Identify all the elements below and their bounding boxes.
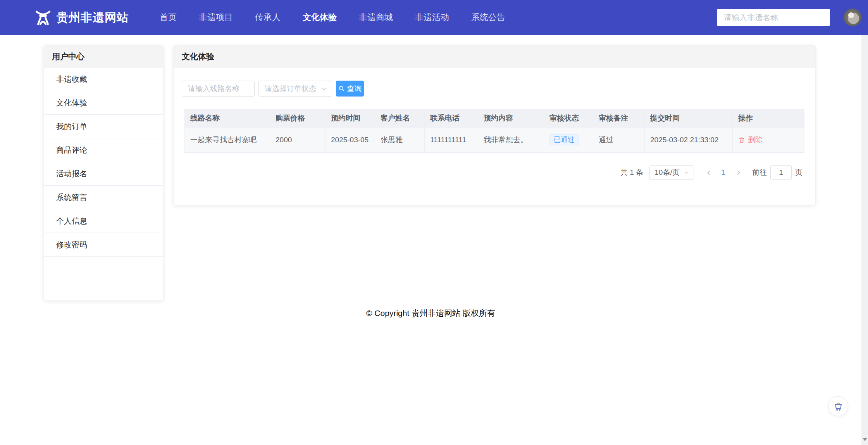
page-size-select[interactable]: 10条/页 [649, 165, 694, 180]
col-header-price: 购票价格 [270, 109, 326, 128]
brand-title: 贵州非遗网站 [57, 10, 129, 26]
delete-button[interactable]: 删除 [738, 135, 763, 145]
trash-icon [738, 136, 745, 143]
sidebar-item-change-password[interactable]: 修改密码 [44, 233, 163, 257]
goto-label: 前往 [752, 167, 767, 178]
navbar-search-input[interactable] [717, 9, 830, 26]
cell-remark: 通过 [593, 128, 645, 152]
order-status-select[interactable]: 请选择订单状态 [258, 81, 332, 97]
cell-book-date: 2025-03-05 [326, 128, 375, 152]
query-button-label: 查询 [347, 84, 362, 94]
nav-item-home[interactable]: 首页 [160, 12, 177, 23]
sidebar-menu: 非遗收藏 文化体验 我的订单 商品评论 活动报名 系统留言 个人信息 修改密码 [44, 67, 163, 257]
next-page-button[interactable] [730, 169, 746, 176]
col-header-remark: 审核备注 [593, 109, 645, 128]
navbar-right [717, 9, 861, 26]
sidebar-item-product-comments[interactable]: 商品评论 [44, 138, 163, 162]
cell-route: 一起来寻找古村寨吧 [185, 128, 270, 152]
nav-item-heritage-projects[interactable]: 非遗项目 [199, 12, 233, 23]
chevron-down-icon [321, 86, 327, 92]
goto-page-input[interactable] [770, 165, 792, 180]
search-icon [338, 85, 345, 92]
cell-actions: 删除 [733, 128, 804, 152]
chevron-left-icon [706, 169, 712, 176]
page-scrollbar[interactable] [861, 35, 868, 445]
filter-bar: 请选择订单状态 查询 [182, 81, 815, 97]
copyright-footer: © Copyright 贵州非遗网站 版权所有 [0, 308, 861, 319]
page-size-value: 10条/页 [654, 167, 679, 178]
col-header-status: 审核状态 [544, 109, 593, 128]
panel-title: 文化体验 [174, 46, 815, 67]
cart-fab-button[interactable] [828, 396, 848, 416]
pagination-total: 共 1 条 [620, 167, 643, 178]
nav-item-system-announcements[interactable]: 系统公告 [471, 12, 505, 23]
user-center-sidebar: 用户中心 非遗收藏 文化体验 我的订单 商品评论 活动报名 系统留言 个人信息 … [43, 45, 164, 301]
nav-item-inheritors[interactable]: 传承人 [255, 12, 281, 23]
query-button[interactable]: 查询 [336, 81, 364, 97]
sidebar-item-profile[interactable]: 个人信息 [44, 209, 163, 233]
col-header-submitted: 提交时间 [645, 109, 733, 128]
cell-customer: 张思雅 [375, 128, 425, 152]
route-name-input[interactable] [182, 81, 255, 97]
cell-submitted: 2025-03-02 21:33:02 [645, 128, 733, 152]
cell-content: 我非常想去。 [478, 128, 544, 152]
experience-table: 线路名称 购票价格 预约时间 客户姓名 联系电话 预约内容 审核状态 审核备注 … [184, 109, 804, 153]
nav-item-culture-experience[interactable]: 文化体验 [303, 12, 337, 23]
table-header-row: 线路名称 购票价格 预约时间 客户姓名 联系电话 预约内容 审核状态 审核备注 … [185, 109, 804, 128]
col-header-actions: 操作 [733, 109, 804, 128]
status-badge: 已通过 [549, 134, 579, 146]
sidebar-item-heritage-favorites[interactable]: 非遗收藏 [44, 67, 163, 91]
sidebar-title: 用户中心 [44, 46, 163, 67]
sidebar-item-culture-experience[interactable]: 文化体验 [44, 91, 163, 115]
page-number-1[interactable]: 1 [716, 168, 730, 177]
prev-page-button[interactable] [701, 169, 716, 176]
culture-experience-panel: 文化体验 请选择订单状态 查询 线路名称 购票价格 预约时间 客户姓名 联系电话… [173, 45, 816, 205]
delete-button-label: 删除 [748, 135, 763, 145]
col-header-phone: 联系电话 [425, 109, 478, 128]
cart-icon [833, 401, 844, 412]
user-avatar[interactable] [844, 9, 861, 26]
table-row: 一起来寻找古村寨吧 2000 2025-03-05 张思雅 1111111111… [185, 128, 804, 152]
cell-phone: 1111111111 [425, 128, 478, 152]
sidebar-item-activity-signup[interactable]: 活动报名 [44, 162, 163, 186]
order-status-placeholder: 请选择订单状态 [265, 84, 316, 94]
chevron-down-icon [684, 170, 689, 175]
nav-item-heritage-mall[interactable]: 非遗商城 [359, 12, 393, 23]
top-navbar: 贵州非遗网站 首页 非遗项目 传承人 文化体验 非遗商城 非遗活动 系统公告 [0, 0, 868, 35]
navbar-search [717, 9, 830, 26]
sidebar-item-system-messages[interactable]: 系统留言 [44, 186, 163, 209]
main-nav: 首页 非遗项目 传承人 文化体验 非遗商城 非遗活动 系统公告 [160, 12, 505, 23]
brand[interactable]: 贵州非遗网站 [34, 9, 129, 26]
cell-status: 已通过 [544, 128, 593, 152]
cell-price: 2000 [270, 128, 326, 152]
pagination: 共 1 条 10条/页 1 前往 页 [620, 165, 803, 180]
sidebar-item-my-orders[interactable]: 我的订单 [44, 115, 163, 138]
scrollbar-down-arrow[interactable] [863, 438, 867, 441]
brand-logo-icon [34, 9, 52, 26]
col-header-content: 预约内容 [478, 109, 544, 128]
col-header-book-date: 预约时间 [326, 109, 375, 128]
nav-item-heritage-activities[interactable]: 非遗活动 [415, 12, 449, 23]
col-header-customer: 客户姓名 [375, 109, 425, 128]
col-header-route: 线路名称 [185, 109, 270, 128]
chevron-right-icon [735, 169, 742, 176]
page-unit-label: 页 [795, 167, 803, 178]
